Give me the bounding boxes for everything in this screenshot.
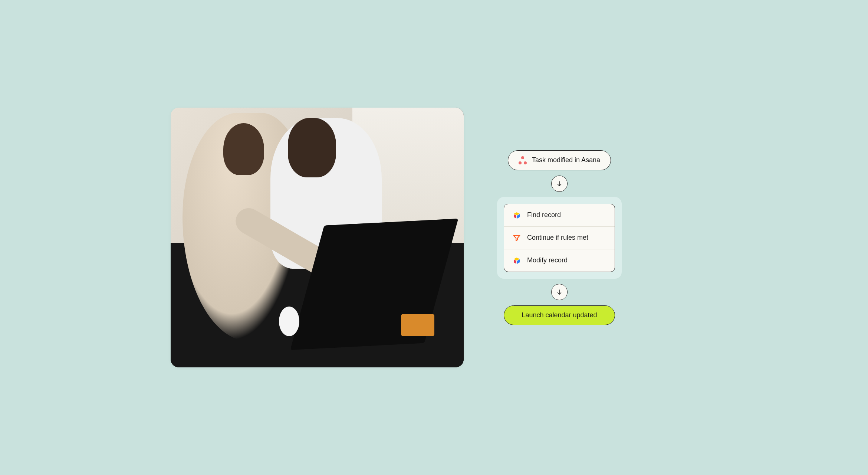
photo-mouse (279, 307, 299, 336)
steps-card: Find record Continue if rules met (504, 204, 615, 272)
trigger-pill: Task modified in Asana (508, 150, 611, 170)
step-label: Modify record (527, 256, 568, 264)
airtable-icon (512, 256, 521, 265)
arrow-down-icon (551, 176, 568, 192)
step-continue-if-rules-met: Continue if rules met (504, 226, 615, 249)
filter-icon (512, 233, 521, 242)
steps-container: Find record Continue if rules met (497, 197, 622, 279)
step-find-record: Find record (504, 204, 615, 226)
photo-person-left-head (223, 123, 264, 175)
airtable-icon (512, 211, 521, 220)
result-label: Launch calendar updated (522, 311, 597, 319)
arrow-down-icon (551, 284, 568, 300)
diagram-canvas: Task modified in Asana (145, 87, 723, 388)
trigger-label: Task modified in Asana (532, 156, 600, 164)
collaboration-photo (171, 108, 464, 367)
step-label: Continue if rules met (527, 234, 588, 242)
automation-flow: Task modified in Asana (497, 150, 622, 325)
step-label: Find record (527, 211, 561, 219)
photo-person-right-head (288, 118, 336, 177)
photo-tablet (401, 314, 434, 336)
result-pill: Launch calendar updated (504, 305, 615, 325)
asana-icon (519, 156, 527, 164)
step-modify-record: Modify record (504, 249, 615, 272)
